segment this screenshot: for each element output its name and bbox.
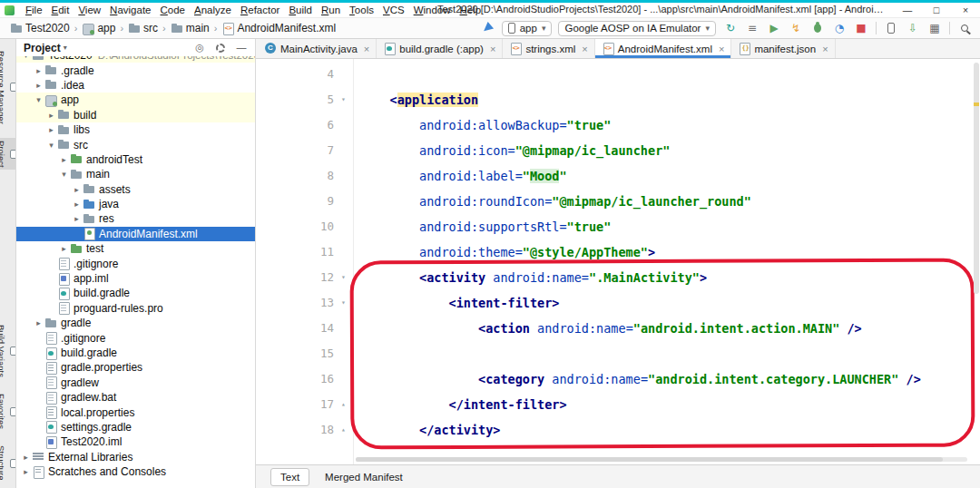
tree-item-proguard-rules-pro[interactable]: proguard-rules.pro — [16, 301, 255, 316]
build-variants-icon[interactable]: ≡ — [744, 20, 760, 36]
menu-refactor[interactable]: Refactor — [236, 5, 284, 15]
pointer-icon[interactable] — [479, 20, 495, 36]
tree-item-settings-gradle[interactable]: settings.gradle — [16, 420, 255, 434]
editor-tab-strings-xml[interactable]: strings.xml× — [503, 39, 594, 58]
tree-item-gradlew[interactable]: gradlew — [16, 376, 255, 390]
line-number[interactable]: 16 — [256, 366, 334, 392]
tree-item-scratches-and-consoles[interactable]: ▸Scratches and Consoles — [16, 464, 255, 479]
line-number[interactable]: 7 — [256, 138, 334, 163]
tree-item-gitignore[interactable]: .gitignore — [16, 256, 255, 270]
code-line-7[interactable]: 7 android:icon="@mipmap/ic_launcher" — [256, 138, 980, 163]
stop-icon[interactable]: ■ — [853, 20, 869, 36]
tree-item-external-libraries[interactable]: ▸External Libraries — [16, 450, 255, 464]
breadcrumb-item-androidmanifest-xml[interactable]: AndroidManifest.xml — [219, 22, 338, 34]
tree-item-gradlew-bat[interactable]: gradlew.bat — [16, 390, 255, 405]
code-line-4[interactable]: 4 — [256, 62, 980, 87]
fold-marker-icon[interactable]: ▾ — [334, 87, 353, 112]
vertical-scrollbar[interactable] — [973, 61, 979, 454]
tree-item-gradle[interactable]: ▸.gradle — [16, 63, 255, 77]
tree-item-build-gradle[interactable]: build.gradle — [16, 286, 255, 300]
tree-item-java[interactable]: ▸java — [16, 197, 255, 211]
tree-item-app-iml[interactable]: app.iml — [16, 271, 255, 286]
line-number[interactable]: 17 — [256, 392, 334, 417]
code-line-13[interactable]: 13▾ <intent-filter> — [256, 290, 980, 316]
expand-arrow-icon[interactable]: ▸ — [58, 155, 70, 164]
code-line-8[interactable]: 8 android:label="Mood" — [256, 163, 980, 189]
breadcrumb-item-app[interactable]: app — [79, 22, 118, 34]
close-icon[interactable]: × — [490, 44, 495, 54]
tree-item-test2020-iml[interactable]: Test2020.iml — [16, 434, 255, 449]
profile-icon[interactable]: ◔ — [831, 20, 848, 36]
fold-marker-icon[interactable]: ▾ — [334, 265, 353, 290]
code-line-17[interactable]: 17▴ </intent-filter> — [256, 392, 980, 417]
line-number[interactable]: 12 — [256, 265, 334, 290]
code-line-11[interactable]: 11 android:theme="@style/AppTheme"> — [256, 239, 980, 265]
line-number[interactable]: 6 — [256, 112, 334, 138]
tree-item-src[interactable]: ▾src — [16, 137, 255, 151]
expand-arrow-icon[interactable]: ▸ — [33, 318, 44, 327]
run-config-select[interactable]: app — [502, 21, 553, 36]
tree-item-gradle[interactable]: ▸gradle — [16, 316, 255, 330]
run-icon[interactable]: ▶ — [766, 20, 782, 36]
expand-arrow-icon[interactable]: ▸ — [58, 244, 70, 253]
code-line-6[interactable]: 6 android:allowBackup="true" — [256, 112, 980, 138]
device-select[interactable]: Google AOSP on IA Emulator — [558, 21, 716, 36]
code-line-5[interactable]: 5▾ <application — [256, 87, 980, 112]
tree-item-androidtest[interactable]: ▸androidTest — [16, 152, 255, 167]
close-icon[interactable]: × — [364, 44, 369, 54]
debug-icon[interactable] — [809, 20, 826, 36]
tree-item-local-properties[interactable]: local.properties — [16, 405, 255, 419]
breadcrumb-item-test2020[interactable]: Test2020 — [7, 22, 73, 34]
menu-edit[interactable]: Edit — [47, 5, 74, 15]
menu-navigate[interactable]: Navigate — [105, 5, 155, 15]
code-line-10[interactable]: 10 android:supportsRtl="true" — [256, 214, 980, 239]
expand-arrow-icon[interactable]: ▸ — [20, 467, 32, 476]
sdk-manager-icon[interactable]: ⇩ — [905, 20, 921, 36]
expand-arrow-icon[interactable]: ▸ — [45, 111, 57, 120]
tool-button-build-variants[interactable]: Build Variants — [0, 322, 16, 380]
line-number[interactable]: 4 — [256, 62, 334, 87]
close-icon[interactable]: × — [582, 44, 587, 54]
fold-marker-icon[interactable]: ▴ — [334, 417, 353, 443]
menu-tools[interactable]: Tools — [345, 5, 378, 15]
tree-item-main[interactable]: ▾main — [16, 167, 255, 181]
menu-code[interactable]: Code — [156, 5, 191, 15]
expand-arrow-icon[interactable]: ▸ — [71, 214, 83, 223]
collapse-arrow-icon[interactable]: ▾ — [20, 56, 32, 60]
tree-item-test2020[interactable]: ▾Test2020D:\AndroidStudioProjects\Test20… — [16, 56, 255, 63]
project-panel-title[interactable]: Project — [24, 42, 67, 54]
line-number[interactable]: 18 — [256, 417, 334, 443]
minimize-button[interactable]: — — [893, 3, 922, 18]
line-number[interactable]: 10 — [256, 214, 334, 239]
code-line-9[interactable]: 9 android:roundIcon="@mipmap/ic_launcher… — [256, 189, 980, 214]
tree-item-gradle-properties[interactable]: gradle.properties — [16, 360, 255, 375]
editor-tab-build-gradle-app[interactable]: build.gradle (:app)× — [377, 39, 503, 58]
expand-arrow-icon[interactable]: ▸ — [45, 125, 57, 134]
locate-icon[interactable]: ◎ — [191, 40, 208, 56]
editor-tab-mainactivity-java[interactable]: MainActivity.java× — [258, 39, 377, 58]
hide-icon[interactable]: — — [233, 40, 250, 56]
line-number[interactable]: 5 — [256, 87, 334, 112]
tool-button-resource-manager[interactable]: Resource Manager — [0, 48, 16, 127]
line-number[interactable]: 13 — [256, 290, 334, 316]
editor[interactable]: 45▾ <application6 android:allowBackup="t… — [256, 59, 980, 464]
tree-item-build[interactable]: ▸build — [16, 108, 255, 122]
search-icon[interactable] — [956, 20, 973, 36]
fold-marker-icon[interactable]: ▴ — [334, 392, 353, 417]
apply-changes-icon[interactable]: ↯ — [788, 20, 804, 36]
tree-item-app[interactable]: ▾app — [16, 93, 255, 107]
menu-file[interactable]: File — [21, 5, 47, 15]
maximize-button[interactable]: □ — [922, 3, 951, 18]
code-line-18[interactable]: 18▴ </activity> — [256, 417, 980, 443]
expand-arrow-icon[interactable]: ▸ — [71, 200, 83, 209]
sync-gradle-icon[interactable]: ↻ — [722, 20, 739, 36]
tool-button-favorites[interactable]: Favorites — [0, 391, 16, 432]
editor-tab-manifest-json[interactable]: manifest.json× — [731, 39, 835, 58]
close-button[interactable]: × — [951, 3, 980, 18]
code-line-12[interactable]: 12▾ <activity android:name=".MainActivit… — [256, 265, 980, 290]
tree-item-idea[interactable]: ▸.idea — [16, 78, 255, 93]
tree-item-assets[interactable]: ▸assets — [16, 182, 255, 197]
collapse-arrow-icon[interactable]: ▾ — [45, 141, 57, 150]
line-number[interactable]: 15 — [256, 341, 334, 366]
layout-inspector-icon[interactable]: ▦ — [926, 20, 943, 36]
